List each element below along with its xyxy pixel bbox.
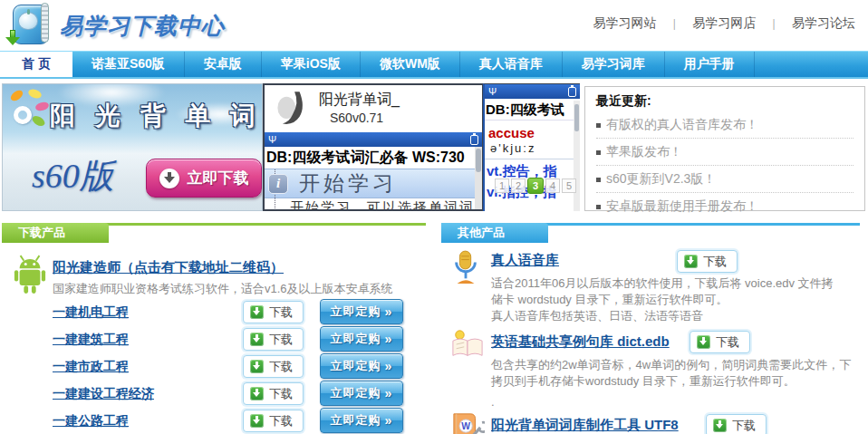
antenna-icon: Ψ (268, 134, 276, 145)
tab-download-products: 下载产品 (2, 223, 109, 243)
app-screenshot-main: 阳光背单词_ S60v0.71 Ψ DB:四级考试词汇必备 WS:730 i 开… (263, 83, 483, 211)
chevron-right-icon: » (385, 386, 393, 400)
product-row: 一建建设工程经济 下载 立即定购» (53, 382, 433, 408)
pager-3-active[interactable]: 3 (527, 178, 544, 194)
product-link[interactable]: 一建建筑工程 (53, 332, 129, 348)
page: 易学习下载中心 易学习网站 ｜ 易学习网店 ｜ 易学习论坛 首 页 诺基亚S60… (0, 0, 868, 434)
download-button[interactable]: 下载 (243, 382, 304, 405)
db-info-line: DB:四级考试词汇必备 WS:730 (265, 147, 482, 169)
nav-item-ios[interactable]: 苹果iOS版 (262, 52, 361, 77)
recent-updates-title: 最近更新: (596, 93, 854, 110)
dict-tool-link[interactable]: 阳光背单词词库制作工具 UTF8 (491, 417, 679, 434)
download-button[interactable]: 下载 (677, 250, 738, 273)
product-link[interactable]: 一建公路工程 (53, 413, 129, 429)
order-button[interactable]: 立即定购» (320, 381, 403, 406)
site-title: 易学习下载中心 (60, 11, 225, 41)
carousel-pager: 1 2 3 4 5 (495, 178, 576, 194)
pager-1[interactable]: 1 (495, 178, 509, 193)
download-icon (713, 419, 727, 432)
dictionary-icon (450, 328, 485, 364)
download-button[interactable]: 下载 (690, 331, 750, 353)
banner-download-button[interactable]: 立即下载 (146, 159, 262, 198)
update-item: s60更新到V2.3版！ (596, 166, 854, 193)
nav-item-dict-lib[interactable]: 易学习词库 (563, 52, 665, 77)
menu-description: 开始学习，可以选择单词词 (265, 198, 482, 211)
product-desc-line: 储卡 wordstudy 目录下，重新运行软件即可。 (491, 292, 728, 308)
svg-text:W: W (461, 421, 470, 431)
db-info-line: DB:四级考试 (485, 99, 580, 121)
product-row: 一建机电工程 下载 立即定购» (53, 301, 433, 326)
scrollbar[interactable] (574, 101, 580, 211)
product-link[interactable]: 一建建设工程经济 (53, 386, 154, 402)
update-item: 苹果版发布！ (596, 139, 854, 166)
product-desc-line: 适合2011年06月以后版本的软件使用，下载后将 voice.edv 文件拷 (491, 275, 834, 292)
bullet-icon (596, 178, 601, 182)
pager-5[interactable]: 5 (562, 178, 576, 193)
pager-4[interactable]: 4 (545, 178, 560, 193)
chevron-right-icon: » (385, 359, 393, 373)
download-icon (684, 255, 698, 268)
voice-library-link[interactable]: 真人语音库 (491, 252, 559, 269)
product-row: 一建建筑工程 下载 立即定购» (53, 328, 433, 353)
chevron-right-icon: » (385, 332, 393, 346)
nav-item-home[interactable]: 首 页 (0, 52, 72, 77)
download-button[interactable]: 下载 (243, 328, 304, 351)
download-icon (250, 387, 264, 400)
chevron-right-icon: » (385, 304, 393, 319)
product-link[interactable]: 一建机电工程 (53, 304, 129, 321)
order-button[interactable]: 立即定购» (320, 408, 403, 433)
product-link[interactable]: 一建市政工程 (53, 359, 129, 375)
site-logo[interactable]: 易学习下载中心 (5, 3, 225, 48)
nav-item-wm[interactable]: 微软WM版 (361, 52, 460, 77)
nav-item-voice-lib[interactable]: 真人语音库 (460, 52, 563, 77)
status-bar: Ψ (485, 84, 580, 99)
download-icon (697, 335, 710, 349)
bullet-icon (596, 205, 601, 209)
download-button[interactable]: 下载 (243, 301, 304, 323)
download-button[interactable]: 下载 (243, 410, 304, 432)
promo-banner: 阳 光 背 单 词 s60版 立即下载 (2, 83, 263, 211)
product-desc-line: . (491, 395, 495, 409)
scrollbar[interactable] (475, 147, 482, 211)
download-icon (250, 333, 264, 346)
download-products-section: 下载产品 阳光建造师（点击有下载地址二维码） 国家建造师职业资格考试练习软件，适… (0, 221, 434, 434)
order-button[interactable]: 立即定购» (320, 299, 403, 324)
selected-menu-row: i 开始学习 (265, 169, 482, 198)
phonetic: ə'kju:z (485, 140, 580, 159)
tool-icon: W (450, 411, 485, 434)
nav-item-nokia-s60[interactable]: 诺基亚S60版 (72, 52, 185, 77)
product-desc-line: 包含共享的约2w单词音标，4w单词的例句，简明词典需要此文件，下 (491, 357, 851, 373)
nav-item-manual[interactable]: 用户手册 (665, 52, 755, 77)
top-link-store[interactable]: 易学习网店 (692, 15, 756, 32)
app-version: S60v0.71 (330, 111, 383, 125)
product-desc-line: 真人语音库包括英语、日语、法语等语音 (491, 308, 703, 324)
top-link-forum[interactable]: 易学习论坛 (792, 15, 855, 32)
word: accuse (485, 121, 580, 140)
pager-2[interactable]: 2 (511, 178, 526, 193)
feature-product-link[interactable]: 阳光建造师（点击有下载地址二维码） (53, 259, 284, 276)
download-icon (250, 360, 264, 373)
banner-edition: s60版 (32, 153, 114, 199)
download-circle-icon (159, 169, 179, 188)
nav-item-android[interactable]: 安卓版 (185, 52, 262, 77)
sentence-library-link[interactable]: 英语基础共享例句库 dict.edb (491, 333, 670, 351)
backpack-download-icon (5, 3, 53, 48)
app-name: 阳光背单词_ (319, 91, 400, 110)
order-button[interactable]: 立即定购» (320, 326, 403, 352)
main-nav: 首 页 诺基亚S60版 安卓版 苹果iOS版 微软WM版 真人语音库 易学习词库… (0, 51, 868, 79)
separator: ｜ (669, 16, 680, 32)
app-logo-icon (274, 89, 313, 132)
download-button[interactable]: 下载 (243, 355, 304, 378)
info-icon: i (268, 174, 288, 194)
header: 易学习下载中心 易学习网站 ｜ 易学习网店 ｜ 易学习论坛 (0, 0, 868, 51)
product-desc-line: 拷贝到手机存储卡wordstudy 目录下，重新运行软件即可。 (491, 373, 796, 390)
tab-other-products: 其他产品 (441, 223, 548, 243)
product-row: 一建公路工程 下载 立即定购» (53, 410, 433, 434)
antenna-icon: Ψ (488, 86, 497, 97)
menu-title: 开始学习 (299, 169, 397, 198)
feature-product-desc: 国家建造师职业资格考试练习软件，适合v1.6及以上版本安卓系统 (53, 281, 393, 297)
update-item: 有版权的真人语音库发布！ (596, 111, 854, 139)
order-button[interactable]: 立即定购» (320, 353, 403, 379)
top-link-website[interactable]: 易学习网站 (593, 15, 656, 32)
download-button[interactable]: 下载 (706, 414, 767, 434)
